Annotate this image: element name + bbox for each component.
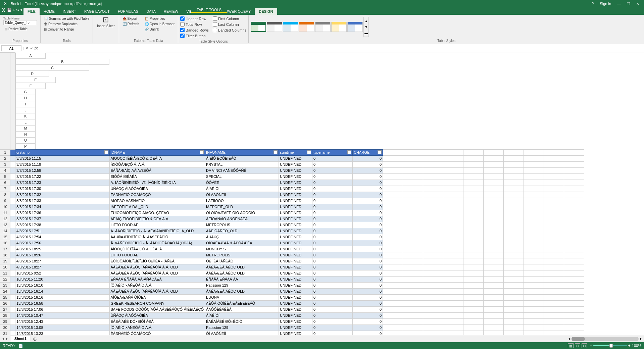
save-quick-btn[interactable]: 💾 — [7, 8, 12, 12]
data-cell[interactable]: ÁÁÉÁÆÉÁ ÁÉÓÇ OLD — [205, 264, 279, 270]
data-cell[interactable]: ÙÑÁÓÇ ÁÍÁÓÔÁÓÏÉÁ — [109, 186, 205, 192]
charge-cell[interactable]: 0 — [353, 331, 383, 335]
data-cell[interactable]: 4/8/2015 17:56 — [15, 240, 110, 246]
charge-cell[interactable]: 0 — [353, 210, 383, 216]
data-cell[interactable]: ÁÁÓÔÈÉÁÉÈÁ — [205, 306, 279, 312]
data-cell[interactable]: 0 — [312, 192, 353, 198]
data-cell[interactable]: 0 — [312, 167, 353, 173]
data-cell[interactable]: 14/8/2015 12:43 — [15, 318, 110, 325]
restore-button[interactable]: ❐ — [625, 2, 632, 6]
charge-cell[interactable]: 0 — [353, 312, 383, 318]
data-cell[interactable]: Í ÁÉÍÍÓÓÓ — [205, 198, 279, 204]
header-infoname[interactable]: INFONAME ▼ — [205, 149, 279, 155]
data-cell[interactable]: 0 — [312, 173, 353, 180]
charge-cell[interactable]: 0 — [353, 180, 383, 186]
data-cell[interactable]: 13/8/2015 16:14 — [15, 288, 110, 294]
data-cell[interactable]: 0 — [312, 204, 353, 210]
data-cell[interactable]: 0 — [312, 198, 353, 204]
charge-cell[interactable]: 0 — [353, 270, 383, 276]
data-cell[interactable]: 0 — [312, 264, 353, 270]
data-cell[interactable]: ÉÁÉÁÍÁÉÉ ÐÓ×ÉÍÓÍ ÁÐÁ — [109, 318, 205, 325]
charge-cell[interactable]: 0 — [353, 204, 383, 210]
data-cell[interactable]: 14/8/2015 13:08 — [15, 325, 110, 331]
filter-charge[interactable]: ▼ — [378, 150, 382, 154]
table-style-4[interactable] — [299, 22, 314, 32]
minimize-button[interactable]: — — [615, 2, 623, 6]
charge-cell[interactable]: 0 — [353, 252, 383, 258]
data-cell[interactable]: ÁÁÉÁÆÉÁ ÁÉÓÇ ÍÁÑÁÉÀÙÍÁ Á.Á. OLD — [109, 270, 205, 276]
data-cell[interactable]: KRYSTAL — [205, 161, 279, 167]
data-cell[interactable]: 13/8/2015 16:58 — [15, 300, 110, 306]
data-cell[interactable]: ÍÔÍÁÉÍÓ ×ÁÑÉÓÁÍÓ Á.Á. — [109, 282, 205, 288]
tab-design[interactable]: DESIGN — [255, 8, 277, 15]
open-browser-btn[interactable]: 🌐 Open in Browser — [143, 21, 176, 27]
table-style-7[interactable] — [347, 22, 363, 32]
data-cell[interactable]: ÁÍÓÈÁÓ ÁÁSÑÁÉÍÓ — [109, 198, 205, 204]
data-cell[interactable]: Á. ÍÁÓÑÍÐÍÈÏÉÍÓ - Æ. ÍÁÓÑÍÐÍÈÏÉÍÓ ÍÁ — [109, 180, 205, 186]
charge-cell[interactable]: 0 — [353, 288, 383, 294]
col-header-l[interactable]: L — [15, 119, 36, 125]
data-cell[interactable]: 3/8/2015 17:37 — [15, 216, 110, 222]
charge-cell[interactable]: 0 — [353, 294, 383, 300]
data-cell[interactable]: 0 — [312, 180, 353, 186]
charge-cell[interactable]: 0 — [353, 192, 383, 198]
data-cell[interactable]: UNDEFINED — [279, 264, 312, 270]
data-cell[interactable]: 3/8/2015 12:58 — [15, 167, 110, 173]
charge-cell[interactable]: 0 — [353, 282, 383, 288]
data-cell[interactable]: ÄÈÓÁ ÓÓÍÉÈÁ ÉÁÉÈÉÈÉÁÓ — [205, 300, 279, 306]
col-header-c[interactable]: C — [15, 65, 89, 71]
charge-cell[interactable]: 0 — [353, 318, 383, 325]
data-cell[interactable]: 0 — [312, 186, 353, 192]
data-cell[interactable]: 0 — [312, 276, 353, 282]
add-sheet-btn[interactable]: ⊕ — [31, 336, 39, 342]
data-cell[interactable]: Á. ÄÁÓÑÍÐÍÈÏÉÍÓ - Á. ÁÉÁÍÁÍÁÑÍÐÍÈÏÉÍÓ ÍÁ… — [109, 228, 205, 234]
data-cell[interactable]: 0 — [312, 312, 353, 318]
data-cell[interactable]: UNDEFINED — [279, 325, 312, 331]
scroll-left-btn[interactable]: ◄ — [567, 337, 571, 341]
tab-page-layout[interactable]: PAGE LAYOUT — [80, 8, 114, 15]
data-cell[interactable]: UNDEFINED — [279, 216, 312, 222]
data-cell[interactable]: 13/8/2015 16:16 — [15, 294, 110, 300]
help-button[interactable]: ? — [590, 2, 596, 6]
data-cell[interactable]: 0 — [312, 258, 353, 264]
data-cell[interactable]: 3/8/2015 17:22 — [15, 173, 110, 180]
charge-cell[interactable]: 0 — [353, 264, 383, 270]
data-cell[interactable]: ÓÍ ÓÍÔÁÆÁÉÉ ÓÍÓ ÁÓÓÓÍÓ — [205, 210, 279, 216]
more-quick-btn[interactable]: ▼ — [20, 8, 23, 12]
data-cell[interactable]: 3/8/2015 17:34 — [15, 204, 110, 210]
data-cell[interactable]: 3/8/2015 17:38 — [15, 222, 110, 228]
data-cell[interactable]: Patission 129 — [205, 282, 279, 288]
charge-cell[interactable]: 0 — [353, 167, 383, 173]
filter-infoname[interactable]: ▼ — [274, 150, 278, 154]
data-cell[interactable]: 10/8/2015 11:20 — [15, 276, 110, 282]
data-cell[interactable]: 0 — [312, 222, 353, 228]
data-cell[interactable]: 3/8/2015 17:33 — [15, 198, 110, 204]
data-cell[interactable]: ÈÁÐÑÁÉÍÓ ÓÔÁÍÁÓÇÓ — [109, 192, 205, 198]
table-style-2[interactable] — [267, 22, 282, 32]
charge-cell[interactable]: 0 — [353, 258, 383, 264]
data-cell[interactable]: ΑΙΌΟÇΟ ÍÉÊÏÅÆÇÓ & ÓÉÁ ÍÁ — [109, 155, 205, 161]
spreadsheet[interactable]: A B C D E F G H I J K L M N O P 1 — [0, 52, 644, 335]
data-cell[interactable]: UNDEFINED — [279, 210, 312, 216]
zoom-slider[interactable] — [593, 345, 627, 346]
data-cell[interactable]: 0 — [312, 155, 353, 161]
refresh-btn[interactable]: 🔄 Refresh — [121, 21, 141, 27]
charge-cell[interactable]: 0 — [353, 216, 383, 222]
tab-home[interactable]: HOME — [40, 8, 59, 15]
data-cell[interactable]: ÁÍÓÈÁÆÁÑÁ ÓÍÓÈÁ — [109, 294, 205, 300]
data-cell[interactable]: 4/8/2015 18:27 — [15, 258, 110, 264]
data-cell[interactable]: UNDEFINED — [279, 234, 312, 240]
banded-cols-check[interactable]: Banded Columns — [213, 28, 246, 33]
data-cell[interactable]: ÓÍÓÁÉÁÆÁÁ & ÄÈÓÁÆÉÁ — [205, 240, 279, 246]
data-cell[interactable]: 4/8/2015 18:27 — [15, 264, 110, 270]
data-cell[interactable]: 4/8/2015 18:25 — [15, 246, 110, 252]
data-cell[interactable]: ÁÁÙÑÁÆÍÐÍÈÏÉÍÓ Ä. ÁÁSÈÉÁÉÍÓ — [109, 234, 205, 240]
data-cell[interactable]: 3/8/2015 11:19 — [15, 161, 110, 167]
data-cell[interactable]: ÈÁÐÑÁÉÍÓ ÓÔÁÍÁÓÇÓ — [109, 331, 205, 335]
tab-file[interactable]: FILE — [23, 8, 40, 15]
data-cell[interactable]: 0 — [312, 252, 353, 258]
name-box[interactable] — [1, 45, 21, 51]
table-style-5[interactable] — [315, 22, 331, 32]
h-scrollbar[interactable] — [572, 337, 639, 341]
col-header-b[interactable]: B — [15, 59, 109, 65]
